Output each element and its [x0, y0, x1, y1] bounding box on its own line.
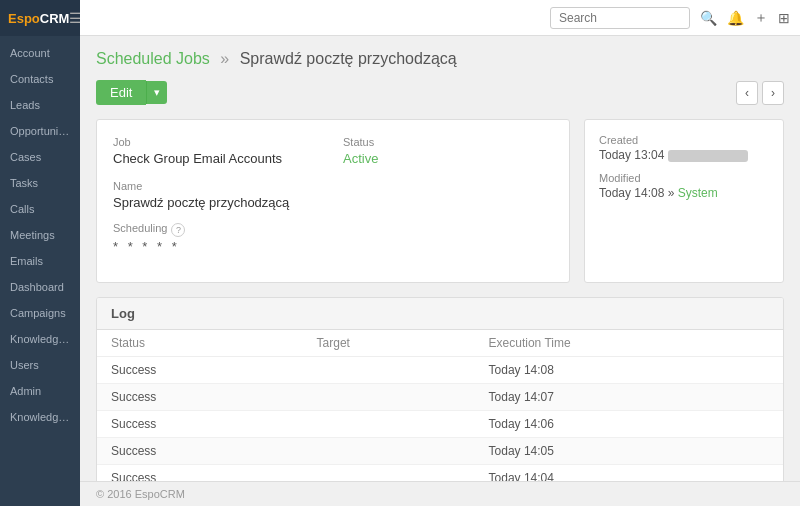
- log-status: Success: [97, 384, 303, 411]
- created-field: Created Today 13:04: [599, 134, 769, 162]
- table-row: Success Today 14:05: [97, 438, 783, 465]
- job-value: Check Group Email Accounts: [113, 151, 323, 166]
- table-row: Success Today 14:06: [97, 411, 783, 438]
- col-target: Target: [303, 330, 475, 357]
- created-label: Created: [599, 134, 769, 146]
- job-field: Job Check Group Email Accounts: [113, 136, 323, 166]
- col-execution-time: Execution Time: [475, 330, 783, 357]
- modified-label: Modified: [599, 172, 769, 184]
- status-field: Status Active: [343, 136, 553, 166]
- plus-icon[interactable]: ＋: [754, 9, 768, 27]
- log-target: [303, 438, 475, 465]
- modified-field: Modified Today 14:08 » System: [599, 172, 769, 200]
- toolbar: Edit ▾ ‹ ›: [96, 80, 784, 105]
- sidebar-item-7[interactable]: Meetings: [0, 222, 80, 248]
- log-table-body: Success Today 14:08 Success Today 14:07 …: [97, 357, 783, 482]
- sidebar-item-8[interactable]: Emails: [0, 248, 80, 274]
- log-status: Success: [97, 465, 303, 482]
- col-status: Status: [97, 330, 303, 357]
- nav-next-button[interactable]: ›: [762, 81, 784, 105]
- log-time: Today 14:08: [475, 357, 783, 384]
- sidebar-item-3[interactable]: Opportunities: [0, 118, 80, 144]
- modified-value: Today 14:08 » System: [599, 186, 769, 200]
- nav-arrows: ‹ ›: [736, 81, 784, 105]
- log-time: Today 14:06: [475, 411, 783, 438]
- log-target: [303, 465, 475, 482]
- sidebar-item-0[interactable]: Account: [0, 40, 80, 66]
- log-target: [303, 411, 475, 438]
- job-label: Job: [113, 136, 323, 148]
- cards-row: Job Check Group Email Accounts Status Ac…: [96, 119, 784, 283]
- log-time: Today 14:07: [475, 384, 783, 411]
- log-target: [303, 384, 475, 411]
- sidebar-item-4[interactable]: Cases: [0, 144, 80, 170]
- modified-by-link[interactable]: System: [678, 186, 718, 200]
- scheduling-help-icon[interactable]: ?: [171, 223, 185, 237]
- sidebar-item-12[interactable]: Users: [0, 352, 80, 378]
- main-area: 🔍 🔔 ＋ ⊞ Scheduled Jobs » Sprawdź pocztę …: [80, 0, 800, 506]
- nav-prev-button[interactable]: ‹: [736, 81, 758, 105]
- sidebar-item-10[interactable]: Campaigns: [0, 300, 80, 326]
- name-value: Sprawdź pocztę przychodzącą: [113, 195, 553, 210]
- footer-text: © 2016 EspoCRM: [96, 488, 185, 500]
- sidebar-item-2[interactable]: Leads: [0, 92, 80, 118]
- log-status: Success: [97, 411, 303, 438]
- sidebar-item-11[interactable]: Knowledge Base: [0, 326, 80, 352]
- search-input[interactable]: [550, 7, 690, 29]
- table-row: Success Today 14:08: [97, 357, 783, 384]
- scheduling-label: Scheduling: [113, 222, 167, 234]
- log-time: Today 14:05: [475, 438, 783, 465]
- breadcrumb-current: Sprawdź pocztę przychodzącą: [240, 50, 457, 67]
- log-table: Status Target Execution Time Success Tod…: [97, 330, 783, 481]
- sidebar-item-13[interactable]: Admin: [0, 378, 80, 404]
- topbar: 🔍 🔔 ＋ ⊞: [80, 0, 800, 36]
- status-label: Status: [343, 136, 553, 148]
- sidebar: EspoCRM ☰ Account Contacts Leads Opportu…: [0, 0, 80, 506]
- search-icon[interactable]: 🔍: [700, 10, 717, 26]
- content: Scheduled Jobs » Sprawdź pocztę przychod…: [80, 36, 800, 481]
- sidebar-header: EspoCRM ☰: [0, 0, 80, 36]
- log-status: Success: [97, 438, 303, 465]
- card-fields-row1: Job Check Group Email Accounts Status Ac…: [113, 136, 553, 166]
- scheduling-label-row: Scheduling ?: [113, 222, 553, 237]
- breadcrumb-parent[interactable]: Scheduled Jobs: [96, 50, 210, 67]
- sidebar-item-6[interactable]: Calls: [0, 196, 80, 222]
- created-value: Today 13:04: [599, 148, 769, 162]
- edit-dropdown-button[interactable]: ▾: [146, 81, 167, 104]
- edit-button[interactable]: Edit: [96, 80, 146, 105]
- breadcrumb: Scheduled Jobs » Sprawdź pocztę przychod…: [96, 50, 784, 68]
- search-container: 🔍 🔔 ＋ ⊞: [550, 7, 790, 29]
- sidebar-item-14[interactable]: Knowledge Base: [0, 404, 80, 430]
- name-field: Name Sprawdź pocztę przychodzącą: [113, 180, 553, 210]
- log-status: Success: [97, 357, 303, 384]
- table-row: Success Today 14:07: [97, 384, 783, 411]
- log-time: Today 14:04: [475, 465, 783, 482]
- log-target: [303, 357, 475, 384]
- created-by-redacted: [668, 150, 748, 162]
- table-row: Success Today 14:04: [97, 465, 783, 482]
- logo: EspoCRM: [8, 11, 69, 26]
- log-header: Log: [97, 298, 783, 330]
- sidebar-nav: Account Contacts Leads Opportunities Cas…: [0, 36, 80, 506]
- sidebar-item-1[interactable]: Contacts: [0, 66, 80, 92]
- sidebar-item-5[interactable]: Tasks: [0, 170, 80, 196]
- footer: © 2016 EspoCRM: [80, 481, 800, 506]
- sidebar-item-9[interactable]: Dashboard: [0, 274, 80, 300]
- log-table-header-row: Status Target Execution Time: [97, 330, 783, 357]
- name-label: Name: [113, 180, 553, 192]
- scheduling-field: Scheduling ? * * * * *: [113, 222, 553, 254]
- bell-icon[interactable]: 🔔: [727, 10, 744, 26]
- scheduling-value: * * * * *: [113, 239, 553, 254]
- grid-icon[interactable]: ⊞: [778, 10, 790, 26]
- status-value: Active: [343, 151, 553, 166]
- breadcrumb-separator: »: [220, 50, 229, 67]
- detail-card: Job Check Group Email Accounts Status Ac…: [96, 119, 570, 283]
- info-card: Created Today 13:04 Modified Today 14:08…: [584, 119, 784, 283]
- log-panel: Log Status Target Execution Time Success…: [96, 297, 784, 481]
